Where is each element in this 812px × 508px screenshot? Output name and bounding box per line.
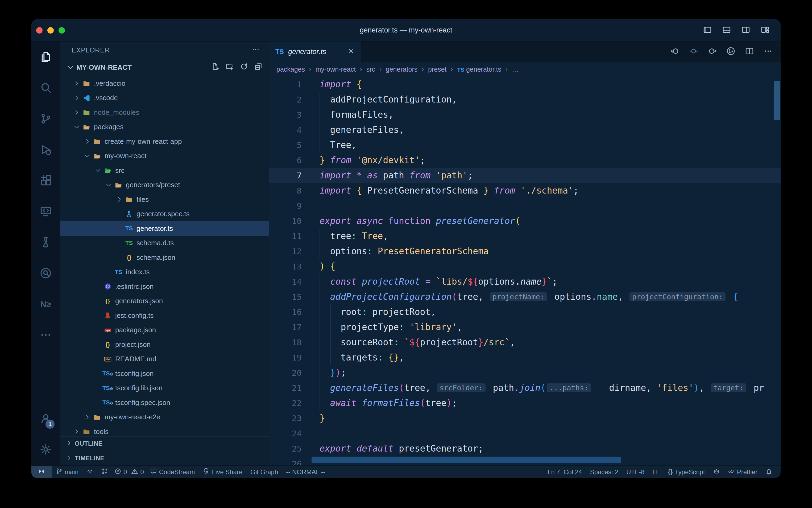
status-compare-changes[interactable] [97, 466, 112, 478]
activitybar-search[interactable] [32, 73, 60, 104]
line-number[interactable]: 24 [269, 429, 302, 438]
status-cursor-position[interactable]: Ln 7, Col 24 [543, 466, 586, 478]
line-number[interactable]: 10 [269, 216, 302, 226]
timeline-section[interactable]: TIMELINE [60, 451, 269, 465]
tree-item-generators-preset[interactable]: generators/preset [60, 178, 269, 193]
close-window-button[interactable] [36, 27, 43, 34]
status-copilot[interactable] [709, 466, 724, 478]
new-folder-icon[interactable] [226, 62, 234, 73]
refresh-icon[interactable] [240, 62, 248, 73]
activitybar-nx-console[interactable]: N≥ [32, 289, 60, 320]
tree-item-tools[interactable]: tools [60, 424, 269, 436]
git-graph-icon[interactable] [726, 47, 735, 57]
remote-indicator[interactable] [32, 466, 52, 478]
tree-item--verdaccio[interactable]: .verdaccio [60, 76, 269, 91]
line-number[interactable]: 1 [269, 80, 302, 89]
tree-item-files[interactable]: files [60, 192, 269, 207]
line-number[interactable]: 25 [269, 444, 302, 454]
tree-item-schema-d-ts[interactable]: TS schema.d.ts [60, 236, 269, 251]
status-git-branch[interactable]: main [52, 466, 83, 478]
layout-panel-icon[interactable] [722, 25, 731, 35]
tree-item-packages[interactable]: packages [60, 120, 269, 134]
breadcrumb-item[interactable]: my-own-react [316, 66, 356, 73]
split-editor-icon[interactable] [745, 47, 754, 57]
layout-sidebar-icon[interactable] [703, 25, 712, 35]
status-publish-changes[interactable] [83, 466, 97, 478]
tree-item-README-md[interactable]: M README.md [60, 352, 269, 367]
horizontal-scrollbar[interactable] [312, 457, 621, 463]
breadcrumb-item[interactable]: src [366, 66, 375, 73]
line-number[interactable]: 5 [269, 140, 302, 150]
line-number[interactable]: 26 [269, 459, 302, 466]
line-number[interactable]: 22 [269, 398, 302, 408]
status-language-mode[interactable]: {}TypeScript [664, 466, 709, 478]
activitybar-more[interactable] [32, 320, 60, 351]
tree-item-src[interactable]: src [60, 163, 269, 178]
status-vim-mode[interactable]: -- NORMAL -- [282, 466, 329, 478]
tree-item-index-ts[interactable]: TS index.ts [60, 265, 269, 280]
tree-item--eslintrc-json[interactable]: .eslintrc.json [60, 279, 269, 294]
line-number[interactable]: 16 [269, 307, 302, 317]
activitybar-accounts[interactable]: 1 [32, 404, 60, 434]
activitybar-explorer[interactable] [32, 42, 60, 73]
line-number[interactable]: 2 [269, 95, 302, 104]
activitybar-run-debug[interactable] [32, 135, 60, 166]
collapse-all-icon[interactable] [254, 62, 262, 73]
maximize-window-button[interactable] [58, 27, 65, 34]
tree-item-my-own-react[interactable]: my-own-react [60, 149, 269, 164]
line-number[interactable]: 19 [269, 353, 302, 363]
status-warnings[interactable]: 0 [129, 466, 146, 478]
line-number[interactable]: 15 [269, 292, 302, 302]
tree-item-create-my-own-react-app[interactable]: create-my-own-react-app [60, 134, 269, 149]
outline-section[interactable]: OUTLINE [60, 436, 269, 451]
tree-item-project-json[interactable]: {} project.json [60, 337, 269, 352]
breadcrumb-item[interactable]: TS generator.ts [457, 66, 501, 73]
line-number[interactable]: 7 [269, 171, 302, 180]
tree-item-generators-json[interactable]: {} generators.json [60, 294, 269, 308]
tree-item-generator-spec-ts[interactable]: generator.spec.ts [60, 207, 269, 221]
breadcrumb-item[interactable]: … [512, 66, 519, 73]
nav-dot-icon[interactable] [689, 47, 698, 57]
layout-grid-icon[interactable] [760, 25, 769, 35]
tab-generator-ts[interactable]: TS generator.ts [269, 42, 361, 62]
activitybar-settings[interactable] [32, 434, 60, 465]
status-prettier[interactable]: Prettier [724, 466, 761, 478]
layout-split-icon[interactable] [741, 25, 750, 35]
tree-item-tsconfig-json[interactable]: TS⚙ tsconfig.json [60, 366, 269, 381]
line-number[interactable]: 13 [269, 262, 302, 271]
more-icon[interactable] [764, 47, 773, 57]
status-live-share[interactable]: Live Share [199, 466, 246, 478]
tree-item-node-modules[interactable]: node_modules [60, 105, 269, 120]
status-git-graph[interactable]: Git Graph [246, 466, 282, 478]
line-number[interactable]: 6 [269, 156, 302, 165]
status-errors[interactable]: 0 [112, 466, 129, 478]
vertical-scrollbar[interactable] [774, 81, 780, 120]
tree-item-jest-config-ts[interactable]: jest.config.ts [60, 308, 269, 323]
status-indentation[interactable]: Spaces: 2 [586, 466, 623, 478]
line-number[interactable]: 21 [269, 383, 302, 393]
line-number[interactable]: 12 [269, 247, 302, 256]
activitybar-remote-explorer[interactable] [32, 197, 60, 227]
tree-item-generator-ts[interactable]: TS generator.ts [60, 221, 269, 236]
nav-forward-icon[interactable] [708, 47, 717, 57]
breadcrumb-item[interactable]: generators [386, 66, 418, 73]
activitybar-source-control[interactable] [32, 104, 60, 135]
minimize-window-button[interactable] [47, 27, 54, 34]
status-notifications[interactable] [761, 466, 776, 478]
activitybar-testing[interactable] [32, 227, 60, 258]
nav-back-icon[interactable] [670, 47, 679, 57]
new-file-icon[interactable] [211, 62, 219, 73]
activitybar-codestream[interactable] [32, 258, 60, 289]
tree-item-schema-json[interactable]: {} schema.json [60, 250, 269, 265]
line-number[interactable]: 18 [269, 338, 302, 347]
status-encoding[interactable]: UTF-8 [622, 466, 649, 478]
breadcrumb-item[interactable]: preset [428, 66, 446, 73]
tree-item-tsconfig-spec-json[interactable]: TS⚙ tsconfig.spec.json [60, 395, 269, 410]
code-editor[interactable]: 1import {2 addProjectConfiguration,3 for… [269, 77, 780, 465]
tree-item-package-json[interactable]: npm package.json [60, 323, 269, 338]
activitybar-extensions[interactable] [32, 166, 60, 197]
tree-item-my-own-react-e2e[interactable]: my-own-react-e2e [60, 410, 269, 425]
line-number[interactable]: 14 [269, 277, 302, 287]
line-number[interactable]: 9 [269, 201, 302, 211]
line-number[interactable]: 8 [269, 186, 302, 196]
